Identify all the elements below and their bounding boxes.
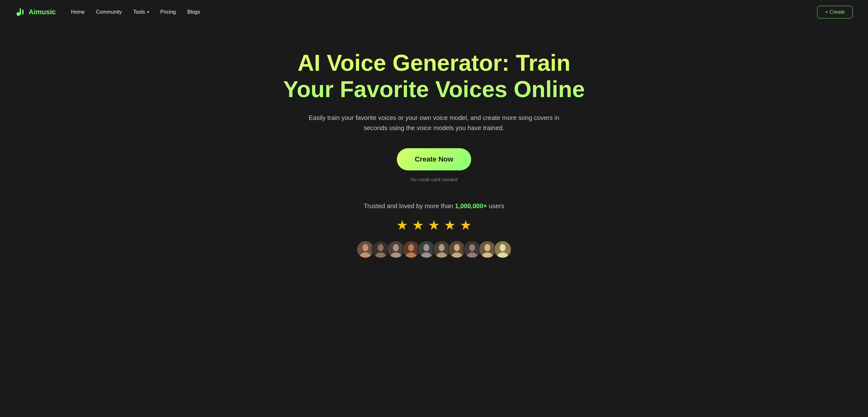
star-1: ★ (396, 217, 408, 233)
logo-link[interactable]: Aimusic (15, 7, 56, 17)
svg-point-31 (500, 244, 506, 251)
star-4: ★ (444, 217, 456, 233)
nav-link-community[interactable]: Community (96, 9, 122, 14)
svg-point-16 (424, 244, 430, 251)
logo-text: Aimusic (29, 8, 56, 16)
nav-left: Aimusic Home Community Tools ▾ Pricing B… (15, 7, 200, 17)
svg-point-22 (454, 244, 460, 251)
svg-point-13 (408, 244, 414, 251)
nav-item-tools[interactable]: Tools ▾ (133, 9, 149, 15)
nav-item-home[interactable]: Home (71, 9, 85, 15)
nav-create-button[interactable]: + Create (817, 6, 853, 19)
nav-link-blogs[interactable]: Blogs (187, 9, 200, 14)
no-credit-text: No credit card needed (410, 177, 458, 182)
nav-link-home[interactable]: Home (71, 9, 85, 14)
user-avatars (356, 241, 512, 258)
social-proof-section: Trusted and loved by more than 1,000,000… (356, 203, 512, 258)
svg-point-7 (378, 244, 384, 251)
create-now-button[interactable]: Create Now (397, 148, 471, 170)
nav-links: Home Community Tools ▾ Pricing Blogs (71, 9, 200, 15)
hero-subtitle: Easily train your favorite voices or you… (307, 113, 561, 133)
trusted-text-before: Trusted and loved by more than (364, 203, 455, 209)
nav-item-pricing[interactable]: Pricing (160, 9, 176, 15)
hero-title: AI Voice Generator: Train Your Favorite … (281, 50, 587, 103)
navbar: Aimusic Home Community Tools ▾ Pricing B… (0, 0, 868, 25)
nav-item-community[interactable]: Community (96, 9, 122, 15)
nav-link-pricing[interactable]: Pricing (160, 9, 176, 14)
chevron-down-icon: ▾ (147, 10, 149, 14)
star-5: ★ (460, 217, 472, 233)
star-3: ★ (428, 217, 440, 233)
trusted-text: Trusted and loved by more than 1,000,000… (364, 203, 504, 210)
avatar-10 (494, 241, 512, 258)
tools-dropdown-trigger[interactable]: Tools ▾ (133, 9, 149, 15)
svg-rect-1 (20, 8, 21, 14)
logo-icon (15, 7, 25, 17)
svg-point-28 (485, 244, 491, 251)
svg-point-4 (363, 244, 369, 251)
star-rating: ★ ★ ★ ★ ★ (396, 217, 472, 233)
svg-point-25 (469, 244, 475, 251)
trusted-text-after: users (487, 203, 504, 209)
hero-section: AI Voice Generator: Train Your Favorite … (0, 25, 868, 277)
user-count-highlight: 1,000,000+ (455, 203, 487, 209)
tools-label: Tools (133, 9, 145, 15)
svg-point-10 (393, 244, 399, 251)
star-2: ★ (412, 217, 424, 233)
svg-point-19 (439, 244, 445, 251)
svg-rect-2 (22, 9, 24, 14)
nav-item-blogs[interactable]: Blogs (187, 9, 200, 15)
